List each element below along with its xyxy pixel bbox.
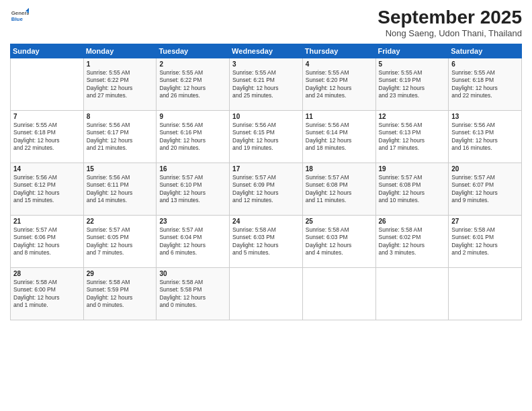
logo-icon: General Blue: [10, 7, 29, 26]
day-number: 22: [87, 218, 154, 225]
location: Nong Saeng, Udon Thani, Thailand: [378, 28, 522, 38]
cell-info: Sunrise: 5:57 AM Sunset: 6:04 PM Dayligh…: [159, 226, 226, 257]
cell-w3-d4: 18Sunrise: 5:57 AM Sunset: 6:08 PM Dayli…: [302, 163, 375, 216]
cell-info: Sunrise: 5:55 AM Sunset: 6:18 PM Dayligh…: [13, 122, 81, 152]
cell-w1-d1: 1Sunrise: 5:55 AM Sunset: 6:22 PM Daylig…: [83, 58, 157, 111]
week-row-1: 1Sunrise: 5:55 AM Sunset: 6:22 PM Daylig…: [11, 58, 522, 111]
day-number: 15: [87, 165, 154, 173]
day-number: 8: [87, 113, 154, 120]
cell-w1-d2: 2Sunrise: 5:55 AM Sunset: 6:22 PM Daylig…: [157, 58, 230, 111]
day-number: 7: [13, 113, 81, 120]
calendar-table: Sunday Monday Tuesday Wednesday Thursday…: [10, 44, 522, 320]
cell-info: Sunrise: 5:56 AM Sunset: 6:13 PM Dayligh…: [379, 122, 446, 152]
cell-info: Sunrise: 5:56 AM Sunset: 6:14 PM Dayligh…: [306, 122, 373, 152]
cell-w2-d0: 7Sunrise: 5:55 AM Sunset: 6:18 PM Daylig…: [11, 111, 84, 163]
cell-info: Sunrise: 5:57 AM Sunset: 6:08 PM Dayligh…: [379, 174, 446, 205]
day-number: 5: [379, 60, 446, 68]
cell-w2-d1: 8Sunrise: 5:56 AM Sunset: 6:17 PM Daylig…: [83, 111, 157, 163]
cell-w4-d1: 22Sunrise: 5:57 AM Sunset: 6:05 PM Dayli…: [83, 216, 157, 268]
cell-w1-d0: [11, 58, 84, 111]
cell-info: Sunrise: 5:55 AM Sunset: 6:22 PM Dayligh…: [87, 69, 154, 100]
cell-w1-d5: 5Sunrise: 5:55 AM Sunset: 6:19 PM Daylig…: [375, 58, 449, 111]
week-row-2: 7Sunrise: 5:55 AM Sunset: 6:18 PM Daylig…: [11, 111, 522, 163]
header-thursday: Thursday: [302, 44, 375, 58]
cell-info: Sunrise: 5:56 AM Sunset: 6:15 PM Dayligh…: [232, 122, 300, 152]
cell-info: Sunrise: 5:55 AM Sunset: 6:22 PM Dayligh…: [159, 69, 226, 100]
day-number: 29: [87, 270, 154, 277]
day-number: 6: [451, 60, 519, 68]
cell-w3-d0: 14Sunrise: 5:56 AM Sunset: 6:12 PM Dayli…: [11, 163, 84, 216]
cell-w2-d2: 9Sunrise: 5:56 AM Sunset: 6:16 PM Daylig…: [157, 111, 230, 163]
day-number: 9: [159, 113, 226, 120]
header-friday: Friday: [375, 44, 449, 58]
cell-info: Sunrise: 5:56 AM Sunset: 6:16 PM Dayligh…: [159, 122, 226, 152]
cell-w1-d6: 6Sunrise: 5:55 AM Sunset: 6:18 PM Daylig…: [449, 58, 522, 111]
cell-info: Sunrise: 5:58 AM Sunset: 6:01 PM Dayligh…: [451, 226, 519, 257]
cell-w2-d3: 10Sunrise: 5:56 AM Sunset: 6:15 PM Dayli…: [230, 111, 303, 163]
day-number: 20: [451, 165, 519, 173]
cell-w2-d5: 12Sunrise: 5:56 AM Sunset: 6:13 PM Dayli…: [375, 111, 449, 163]
cell-info: Sunrise: 5:57 AM Sunset: 6:09 PM Dayligh…: [232, 174, 300, 205]
cell-w5-d2: 30Sunrise: 5:58 AM Sunset: 5:58 PM Dayli…: [157, 268, 230, 320]
cell-w3-d6: 20Sunrise: 5:57 AM Sunset: 6:07 PM Dayli…: [449, 163, 522, 216]
week-row-5: 28Sunrise: 5:58 AM Sunset: 6:00 PM Dayli…: [11, 268, 522, 320]
cell-info: Sunrise: 5:55 AM Sunset: 6:19 PM Dayligh…: [379, 69, 446, 100]
cell-w3-d3: 17Sunrise: 5:57 AM Sunset: 6:09 PM Dayli…: [230, 163, 303, 216]
cell-w2-d6: 13Sunrise: 5:56 AM Sunset: 6:13 PM Dayli…: [449, 111, 522, 163]
day-number: 30: [159, 270, 226, 277]
cell-w2-d4: 11Sunrise: 5:56 AM Sunset: 6:14 PM Dayli…: [302, 111, 375, 163]
day-number: 21: [13, 218, 81, 225]
day-number: 13: [451, 113, 519, 120]
weekday-header-row: Sunday Monday Tuesday Wednesday Thursday…: [11, 44, 522, 58]
day-number: 24: [232, 218, 300, 225]
day-number: 12: [379, 113, 446, 120]
cell-info: Sunrise: 5:57 AM Sunset: 6:10 PM Dayligh…: [159, 174, 226, 205]
day-number: 16: [159, 165, 226, 173]
day-number: 28: [13, 270, 81, 277]
cell-w4-d2: 23Sunrise: 5:57 AM Sunset: 6:04 PM Dayli…: [157, 216, 230, 268]
cell-info: Sunrise: 5:58 AM Sunset: 6:03 PM Dayligh…: [232, 226, 300, 257]
month-title: September 2025: [378, 7, 522, 28]
header-wednesday: Wednesday: [230, 44, 303, 58]
day-number: 23: [159, 218, 226, 225]
cell-info: Sunrise: 5:56 AM Sunset: 6:13 PM Dayligh…: [451, 122, 519, 152]
logo: General Blue: [10, 7, 29, 26]
cell-info: Sunrise: 5:55 AM Sunset: 6:18 PM Dayligh…: [451, 69, 519, 100]
header-sunday: Sunday: [11, 44, 84, 58]
cell-info: Sunrise: 5:58 AM Sunset: 5:59 PM Dayligh…: [87, 279, 154, 310]
cell-w4-d4: 25Sunrise: 5:58 AM Sunset: 6:03 PM Dayli…: [302, 216, 375, 268]
cell-w5-d6: [449, 268, 522, 320]
week-row-4: 21Sunrise: 5:57 AM Sunset: 6:06 PM Dayli…: [11, 216, 522, 268]
day-number: 11: [306, 113, 373, 120]
day-number: 10: [232, 113, 300, 120]
cell-w1-d4: 4Sunrise: 5:55 AM Sunset: 6:20 PM Daylig…: [302, 58, 375, 111]
cell-w5-d5: [375, 268, 449, 320]
day-number: 4: [306, 60, 373, 68]
cell-w3-d5: 19Sunrise: 5:57 AM Sunset: 6:08 PM Dayli…: [375, 163, 449, 216]
day-number: 27: [451, 218, 519, 225]
title-block: September 2025 Nong Saeng, Udon Thani, T…: [378, 7, 522, 38]
cell-info: Sunrise: 5:57 AM Sunset: 6:08 PM Dayligh…: [306, 174, 373, 205]
cell-info: Sunrise: 5:57 AM Sunset: 6:05 PM Dayligh…: [87, 226, 154, 257]
day-number: 18: [306, 165, 373, 173]
cell-info: Sunrise: 5:57 AM Sunset: 6:07 PM Dayligh…: [451, 174, 519, 205]
cell-w3-d1: 15Sunrise: 5:56 AM Sunset: 6:11 PM Dayli…: [83, 163, 157, 216]
cell-w3-d2: 16Sunrise: 5:57 AM Sunset: 6:10 PM Dayli…: [157, 163, 230, 216]
cell-info: Sunrise: 5:58 AM Sunset: 6:03 PM Dayligh…: [306, 226, 373, 257]
cell-w4-d0: 21Sunrise: 5:57 AM Sunset: 6:06 PM Dayli…: [11, 216, 84, 268]
cell-info: Sunrise: 5:56 AM Sunset: 6:17 PM Dayligh…: [87, 122, 154, 152]
cell-info: Sunrise: 5:57 AM Sunset: 6:06 PM Dayligh…: [13, 226, 81, 257]
calendar-page: General Blue September 2025 Nong Saeng, …: [0, 0, 532, 411]
cell-info: Sunrise: 5:55 AM Sunset: 6:20 PM Dayligh…: [306, 69, 373, 100]
cell-w4-d6: 27Sunrise: 5:58 AM Sunset: 6:01 PM Dayli…: [449, 216, 522, 268]
cell-w5-d0: 28Sunrise: 5:58 AM Sunset: 6:00 PM Dayli…: [11, 268, 84, 320]
cell-info: Sunrise: 5:55 AM Sunset: 6:21 PM Dayligh…: [232, 69, 300, 100]
cell-w4-d5: 26Sunrise: 5:58 AM Sunset: 6:02 PM Dayli…: [375, 216, 449, 268]
day-number: 1: [87, 60, 154, 68]
cell-w4-d3: 24Sunrise: 5:58 AM Sunset: 6:03 PM Dayli…: [230, 216, 303, 268]
day-number: 26: [379, 218, 446, 225]
day-number: 14: [13, 165, 81, 173]
day-number: 2: [159, 60, 226, 68]
cell-info: Sunrise: 5:58 AM Sunset: 6:00 PM Dayligh…: [13, 279, 81, 310]
cell-info: Sunrise: 5:58 AM Sunset: 6:02 PM Dayligh…: [379, 226, 446, 257]
